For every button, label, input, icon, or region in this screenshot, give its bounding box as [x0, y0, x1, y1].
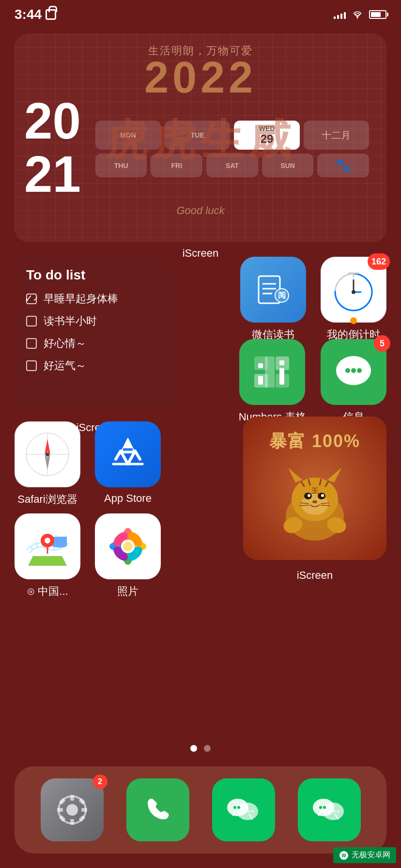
cal-month: 十二月	[304, 121, 369, 150]
svg-point-25	[345, 368, 350, 373]
todo-text-4: 好运气～	[44, 358, 86, 373]
messages-app[interactable]: 5 信息	[321, 339, 386, 424]
svg-point-84	[233, 806, 236, 809]
cal-paw: 🐾	[317, 154, 369, 177]
cal-row1: MON TUE WED 29 十二月	[88, 121, 377, 150]
svg-point-46	[312, 500, 317, 503]
cal-sat: SAT	[206, 154, 258, 177]
todo-check-4[interactable]	[26, 360, 37, 371]
watermark: W 无极安卓网	[333, 847, 396, 863]
icons-row-1: 阅 微信读书 162 我的倒计时	[240, 257, 386, 342]
wechat-read-app[interactable]: 阅 微信读书	[240, 257, 306, 342]
todo-widget[interactable]: To do list ✓ 早睡早起身体棒 读书半小时 好心情～ 好运气～	[15, 257, 174, 407]
safari-icon[interactable]	[15, 421, 80, 487]
cal-wed: WED 29	[234, 121, 299, 150]
svg-point-94	[333, 810, 336, 813]
todo-check-3[interactable]	[26, 338, 37, 349]
todo-item-4[interactable]: 好运气～	[26, 358, 163, 373]
photos-icon[interactable]	[95, 513, 161, 579]
todo-check-1[interactable]: ✓	[26, 294, 37, 304]
date-top: 20	[24, 94, 81, 148]
wechat1-icon[interactable]	[212, 778, 275, 841]
cal-mon: MON	[95, 121, 161, 150]
numbers-icon[interactable]	[239, 339, 305, 405]
svg-point-92	[323, 806, 326, 809]
page-dots	[190, 745, 211, 752]
numbers-app[interactable]: Numbers 表格	[239, 339, 306, 424]
appstore-icon[interactable]	[95, 421, 161, 487]
dot-1	[190, 745, 197, 752]
svg-point-0	[357, 17, 358, 19]
iscreen-large-label: iScreen	[243, 569, 386, 582]
widget-date: 20 21	[24, 94, 81, 202]
svg-rect-75	[70, 819, 74, 825]
maps-app[interactable]: ⊙ 中国...	[15, 513, 80, 599]
appstore-app[interactable]: App Store	[95, 421, 161, 507]
svg-point-27	[357, 368, 362, 373]
maps-icon[interactable]	[15, 513, 80, 579]
phone-icon[interactable]	[126, 778, 189, 841]
svg-rect-22	[279, 360, 284, 365]
dot-2	[204, 745, 211, 752]
todo-text-2: 读书半小时	[44, 314, 97, 328]
widget-label: iScreen	[183, 247, 219, 260]
todo-title: To do list	[26, 267, 163, 283]
messages-icon[interactable]: 5	[321, 339, 386, 405]
appstore-label: App Store	[104, 492, 152, 505]
safari-app[interactable]: Safari浏览器	[15, 421, 80, 507]
svg-point-71	[123, 542, 133, 551]
countdown-dot	[350, 317, 357, 324]
cal-fri-label: FRI	[171, 162, 182, 170]
todo-check-2[interactable]	[26, 316, 37, 326]
wechat2-dock[interactable]	[298, 778, 361, 841]
svg-point-87	[247, 810, 250, 813]
svg-marker-40	[327, 468, 341, 482]
widget-calendar: MON TUE WED 29 十二月 THU FRI	[81, 118, 377, 177]
date-bottom: 21	[24, 148, 81, 201]
cal-wed-label: WED	[259, 124, 275, 132]
todo-item-2[interactable]: 读书半小时	[26, 314, 163, 328]
svg-line-50	[321, 505, 330, 506]
status-icons	[334, 10, 386, 19]
svg-marker-39	[288, 468, 303, 482]
settings-icon[interactable]: 2	[41, 778, 104, 841]
svg-rect-21	[258, 363, 263, 368]
cal-tue-label: TUE	[191, 131, 204, 139]
iscreeen-widget[interactable]: 生活明朗，万物可爱 2022 虎虎生威 20 21 MON TUE WED 29	[15, 34, 386, 242]
maps-label: ⊙ 中国...	[27, 584, 68, 599]
cal-tue: TUE	[165, 121, 230, 150]
svg-point-44	[308, 494, 310, 497]
cal-sun: SUN	[262, 154, 314, 177]
svg-rect-76	[57, 808, 63, 812]
svg-point-73	[66, 804, 78, 816]
settings-dock[interactable]: 2	[41, 778, 104, 841]
svg-point-26	[351, 368, 356, 373]
wechat-read-icon[interactable]: 阅	[240, 257, 306, 323]
signal-icon	[334, 10, 346, 19]
countdown-app[interactable]: 162 我的倒计时	[321, 257, 386, 342]
svg-rect-19	[258, 376, 263, 385]
battery-icon	[369, 10, 386, 19]
cal-thu: THU	[95, 154, 147, 177]
svg-point-88	[251, 810, 254, 813]
wechat2-icon[interactable]	[298, 778, 361, 841]
svg-point-45	[321, 494, 324, 497]
photos-app[interactable]: 照片	[95, 513, 161, 599]
svg-text:W: W	[341, 853, 346, 858]
svg-point-86	[243, 810, 246, 813]
svg-point-85	[237, 806, 240, 809]
iscreen-large[interactable]: 暴富 100%	[243, 417, 386, 560]
countdown-icon[interactable]: 162	[321, 257, 386, 323]
svg-rect-18	[265, 356, 275, 388]
svg-point-60	[45, 538, 50, 543]
phone-dock[interactable]	[126, 778, 189, 841]
svg-rect-74	[70, 795, 74, 801]
cal-wed-num: 29	[261, 132, 274, 146]
svg-point-34	[46, 452, 49, 456]
cal-fri: FRI	[151, 154, 202, 177]
todo-item-1[interactable]: ✓ 早睡早起身体棒	[26, 292, 163, 306]
wechat1-dock[interactable]	[212, 778, 275, 841]
todo-item-3[interactable]: 好心情～	[26, 336, 163, 351]
widget-main: 20 21 MON TUE WED 29 十二月 THU	[15, 94, 386, 202]
watermark-icon: W	[339, 851, 349, 860]
